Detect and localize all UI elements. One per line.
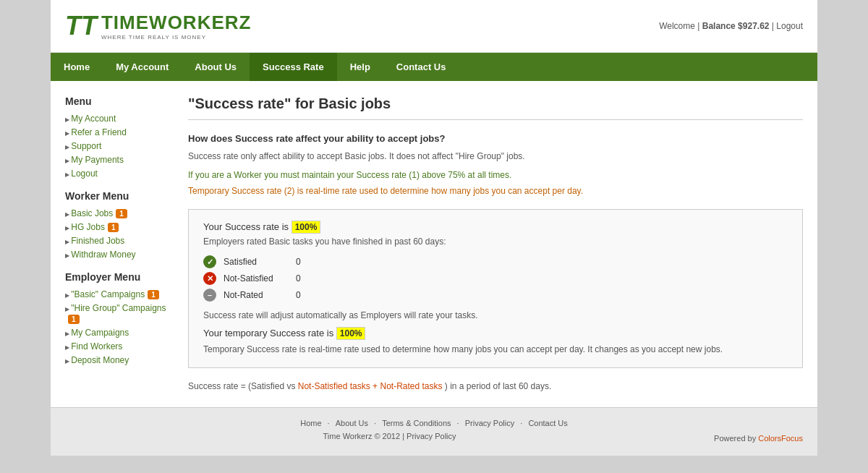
not-satisfied-label: Not-Satisfied (224, 273, 289, 284)
satisfied-label: Satisfied (224, 257, 289, 267)
footer-sep3: · (457, 419, 461, 427)
employer-menu-title: Employer Menu (65, 271, 174, 283)
not-rated-label: Not-Rated (224, 290, 289, 300)
not-rated-value: 0 (296, 290, 301, 300)
basic-campaigns-badge: 1 (148, 290, 159, 299)
hire-group-badge: 1 (68, 315, 80, 324)
rating-table: ✓ Satisfied 0 ✕ Not-Satisfied 0 – Not-Ra… (203, 255, 788, 302)
footer-home-link[interactable]: Home (300, 419, 321, 427)
temp-rate-desc: Temporary Success rate is real-time rate… (203, 343, 788, 356)
logo: TT TIMEWORKERZ WHERE TIME REALY IS MONEY (65, 11, 251, 41)
nav-help[interactable]: Help (337, 53, 383, 81)
sidebar-my-campaigns[interactable]: My Campaigns (71, 328, 129, 338)
formula-after: ) in a period of last 60 days. (445, 381, 551, 391)
formula-highlight: Not-Satisfied tasks + Not-Rated tasks (298, 381, 443, 391)
nav-contact-us[interactable]: Contact Us (383, 53, 459, 81)
footer-sep1: · (328, 419, 332, 427)
sidebar: Menu My Account Refer a Friend Support M… (65, 95, 174, 393)
worker-menu-list: Basic Jobs1 HG Jobs1 Finished Jobs Withd… (65, 208, 174, 260)
section-heading: How does Success rate affect your abilit… (188, 133, 803, 144)
menu-list: My Account Refer a Friend Support My Pay… (65, 113, 174, 179)
rate-value: 100% (292, 221, 321, 234)
nav-my-account[interactable]: My Account (103, 53, 182, 81)
sidebar-find-workers[interactable]: Find Workers (71, 341, 122, 351)
rate-box: Your Success rate is 100% Employers rate… (188, 209, 803, 368)
footer-about-link[interactable]: About Us (336, 419, 368, 427)
formula-before: Success rate = (Satisfied vs (188, 381, 295, 391)
rate-title-prefix: Your Success rate is (203, 221, 289, 232)
sidebar-withdraw-money[interactable]: Withdraw Money (71, 250, 135, 260)
logo-icon: TT (65, 11, 97, 41)
sidebar-hire-group-campaigns[interactable]: "Hire Group" Campaigns (71, 303, 166, 313)
balance-text: Balance $927.62 (702, 21, 770, 31)
temp-rate-value: 100% (336, 327, 366, 340)
sidebar-refer-friend[interactable]: Refer a Friend (71, 127, 127, 137)
page-title: "Success rate" for Basic jobs (188, 95, 803, 112)
sidebar-deposit-money[interactable]: Deposit Money (71, 355, 129, 365)
welcome-text: Welcome | (659, 21, 699, 31)
menu-title: Menu (65, 95, 174, 107)
header-right: Welcome | Balance $927.62 | Logout (659, 21, 803, 31)
footer-contact-link[interactable]: Contact Us (528, 419, 567, 427)
footer-sep2: · (374, 419, 378, 427)
logo-tagline: WHERE TIME REALY IS MONEY (101, 34, 251, 41)
worker-menu-title: Worker Menu (65, 190, 174, 202)
footer: Home · About Us · Terms & Conditions · P… (51, 407, 817, 456)
not-rated-row: – Not-Rated 0 (203, 289, 788, 302)
info-text-green: If you are a Worker you must maintain yo… (188, 169, 803, 182)
employer-menu-list: "Basic" Campaigns1 "Hire Group" Campaign… (65, 289, 174, 365)
footer-privacy-link[interactable]: Privacy Policy (465, 419, 514, 427)
footer-powered: Powered by ColorsFocus (714, 434, 803, 443)
footer-copy: Time Workerz © 2012 | Privacy Policy (323, 432, 456, 440)
footer-bottom: Time Workerz © 2012 | Privacy Policy Pow… (65, 432, 803, 445)
sidebar-basic-jobs[interactable]: Basic Jobs (71, 208, 113, 218)
not-satisfied-value: 0 (296, 273, 301, 284)
not-satisfied-row: ✕ Not-Satisfied 0 (203, 272, 788, 285)
footer-terms-link[interactable]: Terms & Conditions (382, 419, 451, 427)
page-divider (188, 119, 803, 120)
footer-links: Home · About Us · Terms & Conditions · P… (65, 419, 803, 427)
sidebar-logout[interactable]: Logout (71, 169, 98, 179)
sidebar-finished-jobs[interactable]: Finished Jobs (71, 236, 124, 246)
logo-name: TIMEWORKERZ (101, 12, 251, 34)
temp-rate-title: Your temporary Success rate is 100% (203, 328, 788, 338)
nav-about-us[interactable]: About Us (182, 53, 250, 81)
sidebar-basic-campaigns[interactable]: "Basic" Campaigns (71, 289, 145, 299)
navigation: Home My Account About Us Success Rate He… (51, 53, 817, 81)
satisfied-icon: ✓ (203, 255, 216, 268)
rate-sub-text: Employers rated Basic tasks you have fin… (203, 236, 788, 247)
not-rated-icon: – (203, 289, 216, 302)
main-content: "Success rate" for Basic jobs How does S… (188, 95, 803, 393)
auto-adjust-text: Success rate will adjust automatically a… (203, 310, 788, 320)
sidebar-my-account[interactable]: My Account (71, 114, 116, 124)
satisfied-value: 0 (296, 257, 301, 267)
powered-by-text: Powered by (714, 434, 756, 443)
rate-box-title: Your Success rate is 100% (203, 221, 788, 232)
sidebar-my-payments[interactable]: My Payments (71, 155, 124, 165)
temp-title-prefix: Your temporary Success rate is (203, 328, 333, 338)
nav-home[interactable]: Home (51, 53, 103, 81)
sidebar-hg-jobs[interactable]: HG Jobs (71, 222, 105, 232)
nav-success-rate[interactable]: Success Rate (250, 53, 337, 81)
content-wrapper: Menu My Account Refer a Friend Support M… (51, 81, 817, 407)
not-satisfied-icon: ✕ (203, 272, 216, 285)
info-text-orange: Temporary Success rate (2) is real-time … (188, 184, 803, 197)
sidebar-support[interactable]: Support (71, 141, 101, 151)
logo-text-block: TIMEWORKERZ WHERE TIME REALY IS MONEY (101, 12, 251, 41)
header: TT TIMEWORKERZ WHERE TIME REALY IS MONEY… (51, 0, 817, 53)
logout-link[interactable]: Logout (776, 21, 803, 31)
info-text-1: Success rate only affect ability to acce… (188, 150, 803, 163)
powered-link[interactable]: ColorsFocus (758, 434, 803, 443)
basic-jobs-badge: 1 (116, 209, 127, 218)
hg-jobs-badge: 1 (108, 223, 119, 232)
footer-sep4: · (520, 419, 524, 427)
formula-text: Success rate = (Satisfied vs Not-Satisfi… (188, 380, 803, 393)
satisfied-row: ✓ Satisfied 0 (203, 255, 788, 268)
